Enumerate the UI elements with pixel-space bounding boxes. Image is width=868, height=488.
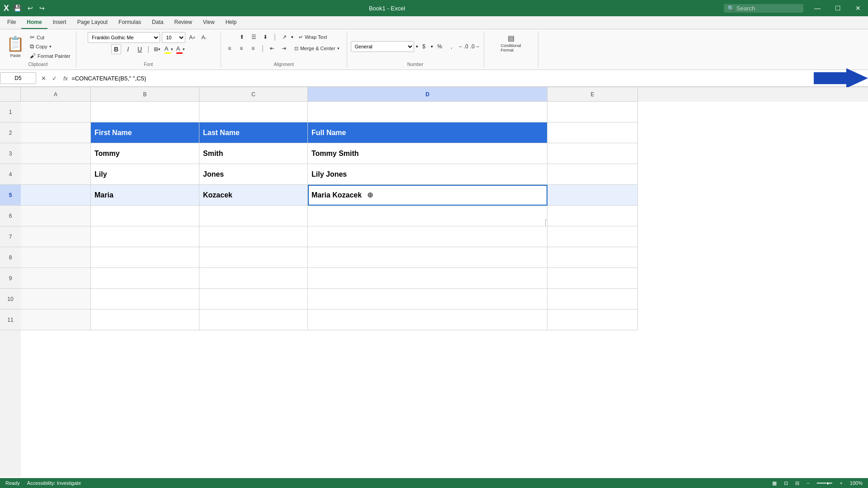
cell-d8[interactable] bbox=[308, 247, 547, 268]
cell-c3[interactable]: Smith bbox=[199, 143, 308, 164]
cell-a11[interactable] bbox=[21, 310, 91, 330]
fill-color-dropdown-icon[interactable]: ▾ bbox=[171, 47, 173, 52]
search-box[interactable]: 🔍 bbox=[724, 4, 803, 13]
minimize-button[interactable]: — bbox=[807, 0, 828, 16]
row-header-10[interactable]: 10 bbox=[0, 289, 21, 310]
borders-dropdown-icon[interactable]: ▾ bbox=[158, 47, 160, 52]
row-header-4[interactable]: 4 bbox=[0, 164, 21, 185]
borders-button[interactable]: ⊞ ▾ bbox=[152, 44, 162, 54]
cell-e10[interactable] bbox=[547, 289, 638, 310]
cell-b9[interactable] bbox=[91, 268, 199, 289]
cell-d10[interactable] bbox=[308, 289, 547, 310]
cell-c9[interactable] bbox=[199, 268, 308, 289]
cell-a7[interactable] bbox=[21, 226, 91, 247]
cell-c1[interactable] bbox=[199, 102, 308, 122]
cell-a3[interactable] bbox=[21, 143, 91, 164]
tab-home[interactable]: Home bbox=[21, 16, 47, 29]
cell-e2[interactable] bbox=[547, 122, 638, 143]
cell-e8[interactable] bbox=[547, 247, 638, 268]
cell-a5[interactable] bbox=[21, 185, 91, 206]
cell-b8[interactable] bbox=[91, 247, 199, 268]
font-color-button[interactable]: A ▾ bbox=[175, 44, 185, 54]
view-break-icon[interactable]: ⊟ bbox=[795, 480, 799, 486]
underline-button[interactable]: U bbox=[135, 44, 145, 54]
formula-input[interactable] bbox=[70, 72, 810, 84]
italic-button[interactable]: I bbox=[123, 44, 133, 54]
cell-b6[interactable] bbox=[91, 206, 199, 226]
zoom-out-icon[interactable]: − bbox=[807, 480, 809, 486]
align-left-button[interactable]: ≡ bbox=[225, 43, 235, 53]
fill-color-button[interactable]: A ▾ bbox=[164, 44, 174, 54]
copy-button[interactable]: ⧉ Copy ▾ bbox=[28, 42, 72, 51]
tab-file[interactable]: File bbox=[2, 16, 21, 29]
row-header-2[interactable]: 2 bbox=[0, 122, 21, 143]
cut-button[interactable]: ✂ Cut bbox=[28, 33, 72, 42]
cell-e6[interactable] bbox=[547, 206, 638, 226]
cell-d7[interactable] bbox=[308, 226, 547, 247]
tab-insert[interactable]: Insert bbox=[47, 16, 72, 29]
percent-button[interactable]: % bbox=[435, 42, 445, 52]
bold-button[interactable]: B bbox=[111, 44, 121, 54]
cell-c11[interactable] bbox=[199, 310, 308, 330]
font-grow-button[interactable]: A+ bbox=[187, 33, 197, 42]
cell-b4[interactable]: Lily bbox=[91, 164, 199, 185]
cell-b7[interactable] bbox=[91, 226, 199, 247]
cell-d1[interactable] bbox=[308, 102, 547, 122]
cell-a9[interactable] bbox=[21, 268, 91, 289]
decrease-indent-button[interactable]: ⇤ bbox=[267, 43, 277, 53]
font-name-select[interactable]: Franklin Gothic Me bbox=[88, 32, 160, 43]
row-header-1[interactable]: 1 bbox=[0, 102, 21, 122]
maximize-button[interactable]: ☐ bbox=[828, 0, 848, 16]
qa-redo[interactable]: ↪ bbox=[38, 4, 47, 13]
row-header-3[interactable]: 3 bbox=[0, 143, 21, 164]
orientation-dropdown-icon[interactable]: ▾ bbox=[291, 35, 293, 39]
cell-a1[interactable] bbox=[21, 102, 91, 122]
tab-help[interactable]: Help bbox=[220, 16, 242, 29]
tab-page-layout[interactable]: Page Layout bbox=[72, 16, 113, 29]
cell-c7[interactable] bbox=[199, 226, 308, 247]
cell-e5[interactable] bbox=[547, 185, 638, 206]
number-format-select[interactable]: General bbox=[351, 41, 414, 52]
qa-undo[interactable]: ↩ bbox=[26, 4, 35, 13]
row-header-11[interactable]: 11 bbox=[0, 310, 21, 330]
col-header-c[interactable]: C bbox=[199, 87, 308, 102]
zoom-in-icon[interactable]: + bbox=[840, 480, 842, 486]
dollar-dropdown-icon[interactable]: ▾ bbox=[431, 44, 433, 49]
col-header-d[interactable]: D bbox=[308, 87, 547, 102]
cell-c2[interactable]: Last Name bbox=[199, 122, 308, 143]
tab-formulas[interactable]: Formulas bbox=[113, 16, 146, 29]
cancel-formula-button[interactable]: ✕ bbox=[39, 74, 48, 83]
cell-b10[interactable] bbox=[91, 289, 199, 310]
align-center-button[interactable]: ≡ bbox=[236, 43, 246, 53]
font-shrink-button[interactable]: A- bbox=[199, 33, 209, 42]
align-top-button[interactable]: ⬆ bbox=[237, 32, 247, 42]
row-header-7[interactable]: 7 bbox=[0, 226, 21, 247]
cell-c8[interactable] bbox=[199, 247, 308, 268]
cell-b5[interactable]: Maria bbox=[91, 185, 199, 206]
copy-dropdown-icon[interactable]: ▾ bbox=[49, 44, 52, 49]
cell-d11[interactable] bbox=[308, 310, 547, 330]
cell-e11[interactable] bbox=[547, 310, 638, 330]
font-size-select[interactable]: 10 bbox=[162, 32, 185, 43]
cell-d4[interactable]: Lily Jones bbox=[308, 164, 547, 185]
tab-data[interactable]: Data bbox=[146, 16, 169, 29]
comma-button[interactable]: , bbox=[447, 42, 457, 52]
cell-a10[interactable] bbox=[21, 289, 91, 310]
cell-reference-box[interactable]: D5 bbox=[0, 72, 36, 84]
tab-review[interactable]: Review bbox=[169, 16, 197, 29]
cell-b11[interactable] bbox=[91, 310, 199, 330]
search-input[interactable] bbox=[736, 5, 800, 12]
cell-a6[interactable] bbox=[21, 206, 91, 226]
align-bottom-button[interactable]: ⬇ bbox=[260, 32, 270, 42]
row-header-6[interactable]: 6 bbox=[0, 206, 21, 226]
close-button[interactable]: ✕ bbox=[848, 0, 868, 16]
cell-b2[interactable]: First Name bbox=[91, 122, 199, 143]
row-header-9[interactable]: 9 bbox=[0, 268, 21, 289]
merge-center-button[interactable]: ⊡ Merge & Center ▾ bbox=[291, 44, 343, 53]
increase-indent-button[interactable]: ⇥ bbox=[279, 43, 289, 53]
paste-button[interactable]: 📋 Paste bbox=[4, 33, 27, 60]
cell-b1[interactable] bbox=[91, 102, 199, 122]
row-header-5[interactable]: 5 bbox=[0, 185, 21, 206]
cell-e4[interactable] bbox=[547, 164, 638, 185]
row-header-8[interactable]: 8 bbox=[0, 247, 21, 268]
